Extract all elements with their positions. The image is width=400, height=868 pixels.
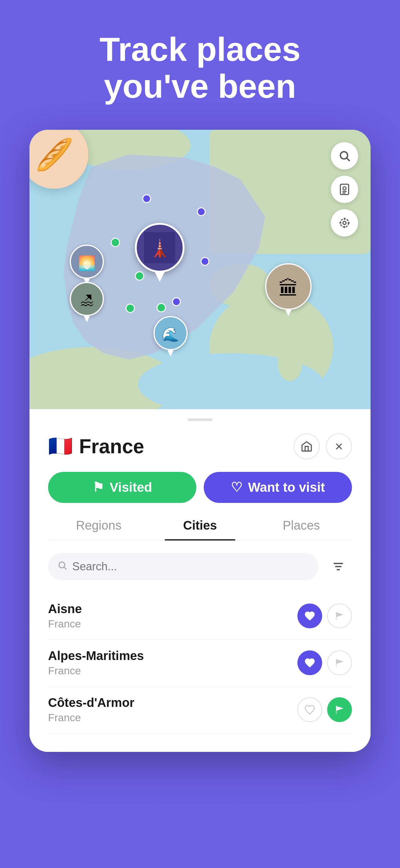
action-buttons: ⚑ Visited ♡ Want to visit [48, 472, 352, 503]
country-left: 🇫🇷 France [48, 435, 144, 458]
search-input[interactable] [72, 560, 309, 573]
item-actions-aisne [297, 603, 352, 628]
cotes-flag-button[interactable] [327, 697, 352, 722]
list-item: Aisne France [48, 593, 352, 640]
photo-pin-3[interactable]: 🏛 [265, 263, 312, 316]
item-name-alpes: Alpes-Maritimes [48, 649, 144, 663]
purple-dot-1 [142, 194, 151, 203]
green-dot-2 [135, 271, 144, 281]
alpes-flag-button[interactable] [327, 650, 352, 675]
paris-pin-pointer [154, 271, 165, 282]
item-country-cotes: France [48, 712, 134, 724]
item-name-aisne: Aisne [48, 602, 82, 616]
purple-dot-3 [201, 257, 209, 266]
item-text-alpes: Alpes-Maritimes France [48, 649, 144, 677]
want-to-visit-button[interactable]: ♡ Want to visit [204, 472, 352, 503]
aisne-flag-button[interactable] [327, 603, 352, 628]
map-area: 🥖 [29, 130, 371, 409]
tab-regions[interactable]: Regions [48, 519, 149, 540]
paris-pin[interactable]: 🗼 [135, 223, 185, 273]
search-bar [48, 553, 319, 580]
visited-button[interactable]: ⚑ Visited [48, 472, 196, 503]
svg-point-7 [277, 344, 302, 381]
green-dot-4 [157, 303, 166, 312]
list-item: Alpes-Maritimes France [48, 640, 352, 686]
want-icon: ♡ [231, 479, 242, 495]
country-name: France [79, 435, 144, 458]
green-dot-1 [111, 238, 120, 247]
map-search-button[interactable] [331, 142, 358, 169]
item-actions-alpes [297, 650, 352, 675]
svg-point-30 [59, 562, 65, 568]
item-actions-cotes [297, 697, 352, 722]
item-country-aisne: France [48, 618, 82, 630]
photo-pin-2-pointer [84, 316, 90, 322]
country-flag: 🇫🇷 [48, 435, 73, 458]
map-passport-button[interactable] [331, 176, 358, 203]
page-title: Track places you've been [75, 31, 325, 105]
visited-icon: ⚑ [92, 479, 104, 495]
purple-dot-2 [197, 207, 206, 216]
bottom-panel: 🇫🇷 France × ⚑ Visited ♡ Wa [29, 409, 371, 752]
phone-card: 🥖 [29, 130, 371, 752]
aisne-heart-button[interactable] [297, 603, 322, 628]
svg-text:🏖: 🏖 [80, 292, 94, 308]
svg-line-9 [347, 158, 350, 161]
search-icon [57, 560, 67, 573]
purple-dot-4 [172, 298, 181, 306]
visited-label: Visited [110, 480, 152, 495]
filter-button[interactable] [325, 553, 352, 580]
cotes-heart-button[interactable] [297, 697, 322, 722]
tab-cities[interactable]: Cities [149, 519, 251, 540]
list-item: Côtes-d'Armor France [48, 686, 352, 733]
map-location-button[interactable] [331, 209, 358, 237]
want-label: Want to visit [248, 480, 325, 495]
photo-pin-4-pointer [167, 350, 174, 356]
alpes-heart-button[interactable] [297, 650, 322, 675]
home-button[interactable] [294, 433, 320, 460]
photo-pin-1[interactable]: 🌅 [70, 245, 104, 285]
country-actions: × [294, 433, 352, 460]
svg-point-15 [340, 219, 349, 227]
item-name-cotes: Côtes-d'Armor [48, 696, 134, 710]
tab-places[interactable]: Places [251, 519, 352, 540]
svg-point-8 [340, 152, 347, 159]
item-country-alpes: France [48, 665, 144, 677]
svg-text:🏛: 🏛 [278, 277, 299, 300]
svg-text:🗼: 🗼 [149, 238, 171, 258]
photo-pin-4[interactable]: 🌊 [154, 316, 188, 356]
green-dot-3 [126, 304, 135, 313]
photo-pin-2[interactable]: 🏖 [70, 282, 104, 322]
photo-pin-3-pointer [285, 310, 292, 316]
item-text-cotes: Côtes-d'Armor France [48, 696, 134, 724]
item-text-aisne: Aisne France [48, 602, 82, 630]
drag-handle[interactable] [188, 418, 212, 421]
svg-text:🌅: 🌅 [78, 255, 96, 272]
svg-point-14 [343, 221, 346, 224]
close-button[interactable]: × [326, 433, 352, 460]
search-row [48, 553, 352, 580]
svg-text:🌊: 🌊 [162, 326, 179, 343]
country-header: 🇫🇷 France × [48, 433, 352, 460]
svg-point-11 [343, 187, 346, 190]
svg-line-31 [64, 567, 66, 569]
tabs: Regions Cities Places [48, 519, 352, 540]
